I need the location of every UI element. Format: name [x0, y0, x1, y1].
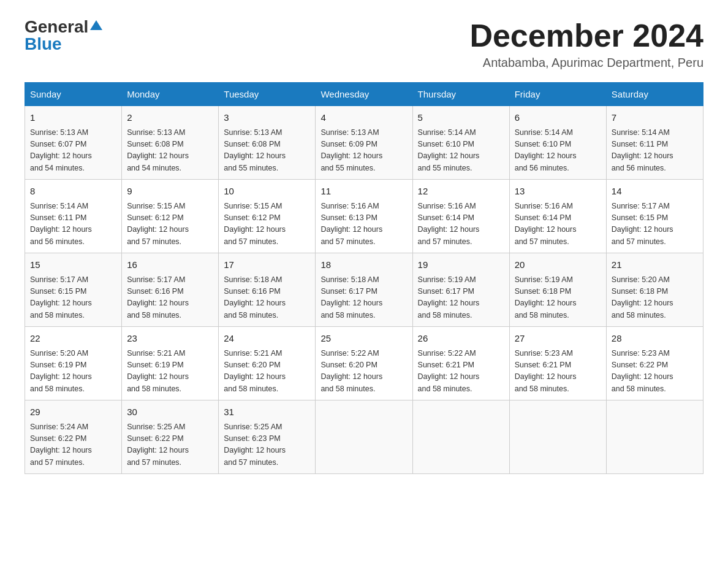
calendar-cell: 28 Sunrise: 5:23 AMSunset: 6:22 PMDaylig… [606, 327, 703, 400]
day-number: 6 [515, 111, 601, 125]
day-number: 24 [224, 332, 310, 346]
calendar-week-row: 29 Sunrise: 5:24 AMSunset: 6:22 PMDaylig… [25, 400, 703, 474]
calendar-cell: 1 Sunrise: 5:13 AMSunset: 6:07 PMDayligh… [25, 106, 122, 180]
day-info: Sunrise: 5:20 AMSunset: 6:18 PMDaylight:… [612, 274, 698, 322]
calendar-cell: 22 Sunrise: 5:20 AMSunset: 6:19 PMDaylig… [25, 327, 122, 400]
calendar-cell: 9 Sunrise: 5:15 AMSunset: 6:12 PMDayligh… [122, 180, 219, 253]
calendar-week-row: 1 Sunrise: 5:13 AMSunset: 6:07 PMDayligh… [25, 106, 703, 180]
day-info: Sunrise: 5:23 AMSunset: 6:22 PMDaylight:… [612, 348, 698, 396]
day-number: 20 [515, 258, 601, 272]
day-number: 4 [320, 111, 407, 125]
header-thursday: Thursday [412, 83, 509, 106]
day-number: 25 [320, 332, 407, 346]
day-info: Sunrise: 5:15 AMSunset: 6:12 PMDaylight:… [127, 201, 213, 248]
day-info: Sunrise: 5:13 AMSunset: 6:09 PMDaylight:… [320, 127, 407, 175]
day-number: 28 [612, 332, 698, 346]
day-info: Sunrise: 5:22 AMSunset: 6:20 PMDaylight:… [320, 348, 407, 396]
day-number: 17 [224, 258, 310, 272]
calendar-week-row: 22 Sunrise: 5:20 AMSunset: 6:19 PMDaylig… [25, 327, 703, 400]
day-number: 12 [418, 185, 504, 199]
calendar-cell: 31 Sunrise: 5:25 AMSunset: 6:23 PMDaylig… [219, 400, 316, 474]
day-info: Sunrise: 5:25 AMSunset: 6:23 PMDaylight:… [224, 421, 310, 469]
logo: General Blue [25, 18, 103, 53]
day-number: 15 [30, 258, 116, 272]
calendar-cell [509, 400, 606, 474]
day-info: Sunrise: 5:20 AMSunset: 6:19 PMDaylight:… [30, 348, 116, 396]
calendar-cell: 10 Sunrise: 5:15 AMSunset: 6:12 PMDaylig… [219, 180, 316, 253]
header-friday: Friday [509, 83, 606, 106]
header-sunday: Sunday [25, 83, 122, 106]
day-info: Sunrise: 5:14 AMSunset: 6:11 PMDaylight:… [612, 127, 698, 175]
calendar-cell: 20 Sunrise: 5:19 AMSunset: 6:18 PMDaylig… [509, 253, 606, 327]
svg-marker-0 [90, 20, 102, 30]
day-number: 14 [612, 185, 698, 199]
calendar-cell: 29 Sunrise: 5:24 AMSunset: 6:22 PMDaylig… [25, 400, 122, 474]
calendar-week-row: 8 Sunrise: 5:14 AMSunset: 6:11 PMDayligh… [25, 180, 703, 253]
day-info: Sunrise: 5:24 AMSunset: 6:22 PMDaylight:… [30, 421, 116, 469]
header-tuesday: Tuesday [219, 83, 316, 106]
day-info: Sunrise: 5:16 AMSunset: 6:14 PMDaylight:… [418, 201, 504, 248]
calendar-cell: 17 Sunrise: 5:18 AMSunset: 6:16 PMDaylig… [219, 253, 316, 327]
calendar-cell: 8 Sunrise: 5:14 AMSunset: 6:11 PMDayligh… [25, 180, 122, 253]
day-info: Sunrise: 5:16 AMSunset: 6:14 PMDaylight:… [515, 201, 601, 248]
logo-icon [89, 19, 103, 33]
day-number: 18 [320, 258, 407, 272]
calendar-header-row: SundayMondayTuesdayWednesdayThursdayFrid… [25, 83, 703, 106]
day-info: Sunrise: 5:13 AMSunset: 6:08 PMDaylight:… [127, 127, 213, 175]
calendar-week-row: 15 Sunrise: 5:17 AMSunset: 6:15 PMDaylig… [25, 253, 703, 327]
day-info: Sunrise: 5:22 AMSunset: 6:21 PMDaylight:… [418, 348, 504, 396]
day-number: 8 [30, 185, 116, 199]
month-title: December 2024 [469, 18, 703, 53]
day-number: 29 [30, 405, 116, 419]
day-info: Sunrise: 5:14 AMSunset: 6:10 PMDaylight:… [515, 127, 601, 175]
header-saturday: Saturday [606, 83, 703, 106]
header-monday: Monday [122, 83, 219, 106]
calendar-cell: 14 Sunrise: 5:17 AMSunset: 6:15 PMDaylig… [606, 180, 703, 253]
day-number: 26 [418, 332, 504, 346]
day-number: 31 [224, 405, 310, 419]
calendar-cell: 2 Sunrise: 5:13 AMSunset: 6:08 PMDayligh… [122, 106, 219, 180]
calendar-cell: 15 Sunrise: 5:17 AMSunset: 6:15 PMDaylig… [25, 253, 122, 327]
day-number: 11 [320, 185, 407, 199]
calendar-cell: 5 Sunrise: 5:14 AMSunset: 6:10 PMDayligh… [412, 106, 509, 180]
day-number: 16 [127, 258, 213, 272]
day-number: 5 [418, 111, 504, 125]
day-info: Sunrise: 5:19 AMSunset: 6:17 PMDaylight:… [418, 274, 504, 322]
day-number: 19 [418, 258, 504, 272]
day-number: 21 [612, 258, 698, 272]
page-header: General Blue December 2024 Antabamba, Ap… [25, 18, 703, 70]
day-info: Sunrise: 5:17 AMSunset: 6:15 PMDaylight:… [30, 274, 116, 322]
day-info: Sunrise: 5:21 AMSunset: 6:20 PMDaylight:… [224, 348, 310, 396]
day-number: 2 [127, 111, 213, 125]
day-info: Sunrise: 5:16 AMSunset: 6:13 PMDaylight:… [320, 201, 407, 248]
day-number: 3 [224, 111, 310, 125]
day-number: 22 [30, 332, 116, 346]
calendar-cell [606, 400, 703, 474]
day-info: Sunrise: 5:21 AMSunset: 6:19 PMDaylight:… [127, 348, 213, 396]
header-wednesday: Wednesday [316, 83, 412, 106]
day-info: Sunrise: 5:17 AMSunset: 6:15 PMDaylight:… [612, 201, 698, 248]
day-info: Sunrise: 5:13 AMSunset: 6:08 PMDaylight:… [224, 127, 310, 175]
day-info: Sunrise: 5:15 AMSunset: 6:12 PMDaylight:… [224, 201, 310, 248]
calendar-cell [412, 400, 509, 474]
day-info: Sunrise: 5:18 AMSunset: 6:16 PMDaylight:… [224, 274, 310, 322]
calendar-cell: 3 Sunrise: 5:13 AMSunset: 6:08 PMDayligh… [219, 106, 316, 180]
location-title: Antabamba, Apurimac Department, Peru [469, 56, 703, 70]
day-number: 30 [127, 405, 213, 419]
day-number: 10 [224, 185, 310, 199]
calendar-cell: 24 Sunrise: 5:21 AMSunset: 6:20 PMDaylig… [219, 327, 316, 400]
day-number: 9 [127, 185, 213, 199]
calendar-cell: 26 Sunrise: 5:22 AMSunset: 6:21 PMDaylig… [412, 327, 509, 400]
calendar-cell: 18 Sunrise: 5:18 AMSunset: 6:17 PMDaylig… [316, 253, 412, 327]
calendar-cell: 25 Sunrise: 5:22 AMSunset: 6:20 PMDaylig… [316, 327, 412, 400]
calendar-cell: 13 Sunrise: 5:16 AMSunset: 6:14 PMDaylig… [509, 180, 606, 253]
day-info: Sunrise: 5:18 AMSunset: 6:17 PMDaylight:… [320, 274, 407, 322]
calendar-table: SundayMondayTuesdayWednesdayThursdayFrid… [25, 82, 703, 474]
calendar-cell: 7 Sunrise: 5:14 AMSunset: 6:11 PMDayligh… [606, 106, 703, 180]
day-number: 27 [515, 332, 601, 346]
day-number: 23 [127, 332, 213, 346]
day-info: Sunrise: 5:23 AMSunset: 6:21 PMDaylight:… [515, 348, 601, 396]
title-block: December 2024 Antabamba, Apurimac Depart… [469, 18, 703, 70]
day-info: Sunrise: 5:13 AMSunset: 6:07 PMDaylight:… [30, 127, 116, 175]
calendar-cell: 21 Sunrise: 5:20 AMSunset: 6:18 PMDaylig… [606, 253, 703, 327]
